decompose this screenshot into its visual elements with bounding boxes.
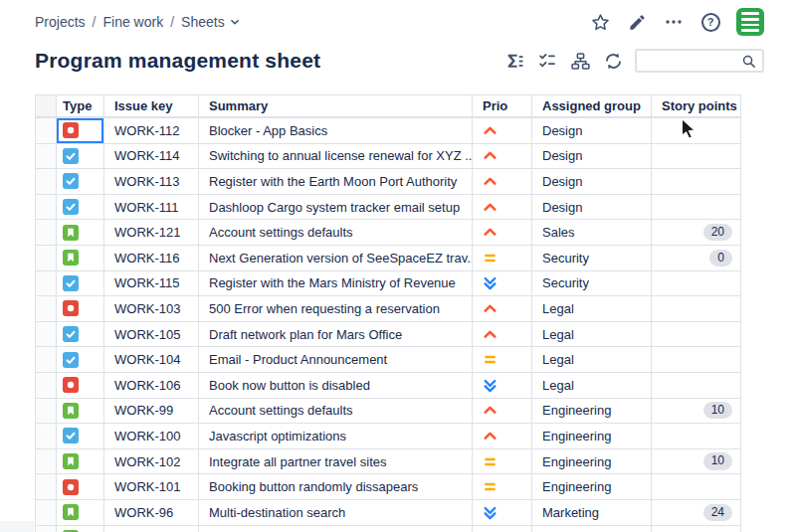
assigned-group-cell[interactable] — [532, 526, 652, 532]
type-cell[interactable] — [57, 526, 104, 532]
row-handle[interactable] — [35, 500, 57, 526]
story-points-cell[interactable] — [652, 474, 741, 500]
summary-cell[interactable]: 500 Error when requesting a reservation — [199, 296, 473, 322]
story-points-cell[interactable] — [652, 118, 741, 144]
summary-cell[interactable]: Blocker - App Basics — [199, 118, 473, 144]
assigned-group-cell[interactable]: Marketing — [532, 500, 652, 526]
row-handle[interactable] — [35, 322, 57, 348]
row-handle[interactable] — [35, 399, 57, 425]
type-cell[interactable] — [57, 271, 104, 297]
type-cell[interactable] — [57, 399, 104, 425]
priority-cell[interactable] — [473, 169, 532, 195]
assigned-group-cell[interactable]: Legal — [532, 322, 652, 348]
sum-function-icon[interactable] — [503, 50, 525, 72]
summary-cell[interactable]: Register with the Mars Ministry of Reven… — [199, 271, 473, 297]
issue-key-cell[interactable]: WORK-104 — [104, 347, 199, 373]
issue-key-cell[interactable]: WORK-101 — [104, 474, 199, 500]
issue-key-cell[interactable]: WORK-103 — [104, 296, 199, 322]
row-handle[interactable] — [35, 118, 57, 144]
priority-cell[interactable] — [473, 220, 532, 246]
row-handle[interactable] — [35, 347, 57, 373]
type-cell[interactable] — [57, 246, 104, 271]
assigned-group-cell[interactable]: Security — [532, 271, 652, 297]
assigned-group-cell[interactable]: Design — [532, 144, 652, 170]
row-handle[interactable] — [35, 220, 57, 246]
assigned-group-cell[interactable]: Engineering — [532, 424, 652, 449]
story-points-cell[interactable] — [652, 195, 741, 221]
summary-cell[interactable]: Next Generation version of SeeSpaceEZ tr… — [199, 246, 473, 271]
row-handle[interactable] — [35, 144, 57, 170]
type-cell[interactable] — [57, 500, 104, 526]
issue-key-cell[interactable]: WORK-121 — [104, 220, 199, 246]
assigned-group-cell[interactable]: Design — [532, 169, 652, 195]
story-points-cell[interactable] — [652, 526, 741, 532]
issue-key-cell[interactable]: WORK-105 — [104, 322, 199, 348]
search-input[interactable] — [643, 54, 741, 69]
hierarchy-icon[interactable] — [569, 50, 591, 72]
help-icon[interactable] — [699, 11, 721, 33]
type-cell[interactable] — [57, 195, 104, 221]
column-header-type[interactable]: Type — [57, 95, 104, 118]
row-handle[interactable] — [35, 424, 57, 449]
summary-cell[interactable]: Book now button is disabled — [199, 373, 473, 399]
priority-cell[interactable] — [473, 296, 532, 322]
story-points-cell[interactable]: 10 — [652, 449, 741, 475]
story-points-cell[interactable] — [652, 169, 741, 195]
summary-cell[interactable]: Multi-destination search — [199, 500, 473, 526]
issue-key-cell[interactable]: WORK-102 — [104, 449, 199, 475]
priority-cell[interactable] — [473, 246, 532, 271]
row-handle[interactable] — [35, 195, 57, 221]
story-points-cell[interactable] — [652, 373, 741, 399]
type-cell[interactable] — [57, 169, 104, 195]
type-cell[interactable] — [57, 220, 104, 246]
summary-cell[interactable]: Register with the Earth Moon Port Author… — [199, 169, 473, 195]
issue-key-cell[interactable]: WORK-115 — [104, 271, 199, 297]
assigned-group-cell[interactable]: Legal — [532, 296, 652, 322]
sheets-app-logo[interactable] — [736, 8, 764, 36]
type-cell[interactable] — [57, 474, 104, 500]
priority-cell[interactable] — [473, 144, 532, 170]
type-cell[interactable] — [57, 424, 104, 449]
issue-key-cell[interactable]: WORK-96 — [104, 500, 199, 526]
type-cell[interactable] — [57, 118, 104, 144]
priority-cell[interactable] — [473, 118, 532, 144]
story-points-cell[interactable] — [652, 424, 741, 449]
issue-key-cell[interactable]: WORK-99 — [104, 399, 199, 425]
edit-icon[interactable] — [626, 11, 648, 33]
summary-cell[interactable] — [199, 526, 473, 532]
refresh-icon[interactable] — [602, 50, 624, 72]
priority-cell[interactable] — [473, 347, 532, 373]
type-cell[interactable] — [57, 449, 104, 475]
priority-cell[interactable] — [473, 526, 532, 532]
more-icon[interactable] — [663, 11, 685, 33]
row-handle[interactable] — [35, 271, 57, 297]
type-cell[interactable] — [57, 373, 104, 399]
column-header-prio[interactable]: Prio — [473, 95, 532, 118]
priority-cell[interactable] — [473, 195, 532, 221]
row-handle[interactable] — [35, 449, 57, 475]
breadcrumb-sheets[interactable]: Sheets — [181, 14, 242, 30]
priority-cell[interactable] — [473, 449, 532, 475]
issue-key-cell[interactable]: WORK-116 — [104, 246, 199, 271]
column-header-assigned-group[interactable]: Assigned group — [532, 95, 652, 118]
assigned-group-cell[interactable]: Design — [532, 118, 652, 144]
issue-key-cell[interactable]: WORK-111 — [104, 195, 199, 221]
summary-cell[interactable]: Account settings defaults — [199, 399, 473, 425]
issue-key-cell[interactable]: WORK-114 — [104, 144, 199, 170]
row-handle[interactable] — [35, 474, 57, 500]
priority-cell[interactable] — [473, 271, 532, 297]
story-points-cell[interactable]: 0 — [652, 246, 741, 271]
priority-cell[interactable] — [473, 322, 532, 348]
column-header-issue-key[interactable]: Issue key — [104, 95, 199, 118]
summary-cell[interactable]: Integrate all partner travel sites — [199, 449, 473, 475]
summary-cell[interactable]: Email - Product Announcement — [199, 347, 473, 373]
assigned-group-cell[interactable]: Sales — [532, 220, 652, 246]
story-points-cell[interactable] — [652, 144, 741, 170]
type-cell[interactable] — [57, 144, 104, 170]
star-icon[interactable] — [589, 11, 611, 33]
priority-cell[interactable] — [473, 373, 532, 399]
assigned-group-cell[interactable]: Security — [532, 246, 652, 271]
type-cell[interactable] — [57, 347, 104, 373]
story-points-cell[interactable]: 10 — [652, 399, 741, 425]
assigned-group-cell[interactable]: Engineering — [532, 449, 652, 475]
